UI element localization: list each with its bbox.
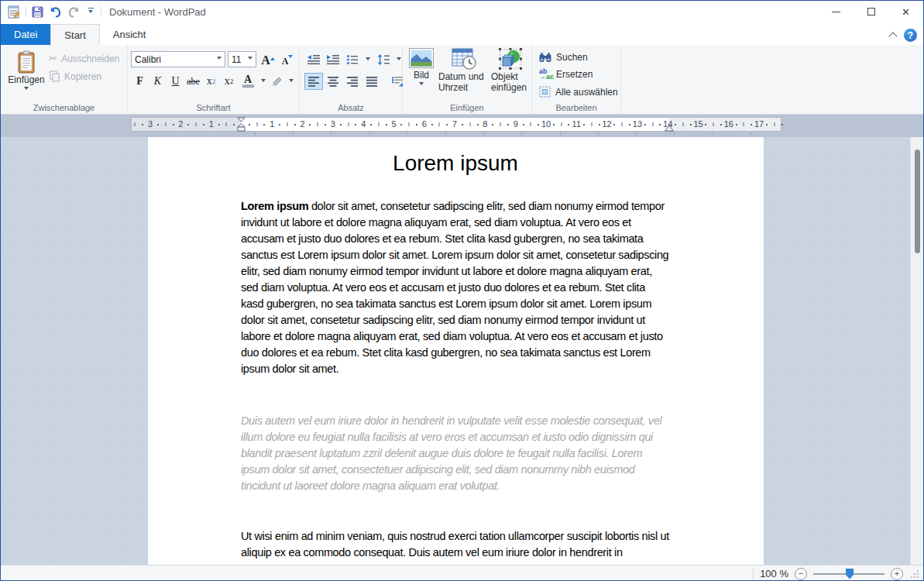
bold-button[interactable]: F [131, 73, 149, 90]
qat-more-icon[interactable] [86, 8, 95, 15]
ruler-mark [500, 122, 501, 126]
resize-grip[interactable] [911, 570, 919, 578]
font-color-dropdown-icon[interactable] [258, 73, 269, 90]
copy-button[interactable]: Kopieren [49, 70, 101, 82]
ruler-mark [629, 124, 630, 125]
datetime-button[interactable]: Datum und Uhrzeit [438, 48, 489, 93]
paste-button[interactable]: Einfügen [7, 48, 46, 104]
ruler-mark [203, 124, 204, 125]
ribbon: Einfügen ✂ Ausschneiden Kopieren Zwische… [1, 45, 923, 115]
ruler-number: 5 [391, 118, 396, 131]
replace-icon-ac: →ac [539, 74, 551, 80]
scrollbar-thumb[interactable] [915, 150, 920, 253]
ruler-mark [340, 124, 342, 125]
group-label-schriftart: Schriftart [128, 103, 299, 112]
indent-marker-right[interactable] [665, 125, 674, 132]
cut-button[interactable]: ✂ Ausschneiden [49, 53, 119, 64]
find-label: Suchen [556, 52, 588, 63]
window-title: Dokument - WordPad [109, 6, 206, 18]
increase-indent-button[interactable] [324, 51, 342, 68]
maximize-icon[interactable] [854, 1, 888, 22]
zoom-slider-thumb[interactable] [846, 569, 854, 579]
font-size-dropdown-icon[interactable] [245, 52, 256, 67]
italic-button[interactable]: K [149, 73, 167, 90]
undo-icon[interactable] [49, 5, 62, 19]
align-center-icon [328, 77, 339, 87]
window-controls: ✕ [819, 1, 923, 22]
indent-marker-left[interactable] [236, 117, 246, 132]
tab-datei-label: Datei [14, 29, 37, 40]
shrink-font-button[interactable]: A [278, 50, 297, 67]
increase-indent-icon [326, 54, 340, 65]
tab-start[interactable]: Start [50, 24, 99, 45]
align-right-button[interactable] [343, 73, 362, 90]
strikethrough-button[interactable]: abe [184, 73, 202, 90]
help-icon[interactable]: ? [904, 29, 917, 42]
font-family-combo[interactable]: Calibri [131, 51, 225, 67]
replace-button[interactable]: ab →ac Ersetzen [539, 69, 593, 80]
ribbon-tabs: Datei Start Ansicht ? [1, 22, 923, 45]
grow-font-button[interactable]: A [259, 50, 277, 67]
underline-button[interactable]: U [167, 73, 184, 90]
collapse-ribbon-icon[interactable] [890, 33, 897, 37]
ruler-mark [531, 122, 531, 126]
ruler-strip: 3211234567891011121314151617 [131, 117, 781, 132]
ruler-mark [325, 124, 326, 125]
wordpad-app-icon[interactable] [7, 5, 20, 19]
align-center-button[interactable] [324, 73, 342, 90]
save-icon[interactable] [32, 6, 43, 18]
paragraph-3[interactable]: Ut wisi enim ad minim veniam, quis nostr… [241, 528, 670, 561]
close-icon[interactable]: ✕ [888, 1, 923, 22]
redo-icon[interactable] [67, 5, 81, 19]
picture-button[interactable]: Bild [407, 48, 436, 88]
ruler-mark [416, 124, 417, 125]
highlight-button[interactable] [269, 73, 286, 90]
zoom-slider[interactable] [813, 568, 884, 580]
font-family-dropdown-icon[interactable] [214, 52, 225, 67]
ruler-number: 4 [361, 118, 366, 131]
ruler-mark [712, 132, 713, 135]
ruler-mark [636, 132, 637, 135]
ruler-mark [560, 132, 561, 135]
bullets-button[interactable] [343, 51, 362, 68]
subscript-button[interactable]: x2 [202, 73, 220, 90]
document-area: Lorem ipsum Lorem ipsum dolor sit amet, … [1, 137, 923, 565]
tab-datei[interactable]: Datei [1, 24, 50, 45]
zoom-out-button[interactable]: − [795, 568, 807, 580]
tab-ansicht[interactable]: Ansicht [100, 24, 160, 45]
zoom-in-button[interactable]: + [891, 568, 903, 580]
superscript-button[interactable]: x2 [220, 73, 238, 90]
align-left-button[interactable] [304, 73, 323, 90]
ruler-number: 11 [572, 118, 581, 131]
minimize-icon[interactable] [819, 1, 854, 22]
paragraph-1[interactable]: Lorem ipsum dolor sit amet, consetetur s… [241, 198, 670, 377]
zoom-level: 100 % [760, 568, 788, 579]
document-page[interactable]: Lorem ipsum Lorem ipsum dolor sit amet, … [148, 137, 764, 565]
paragraph-2[interactable]: Duis autem vel eum iriure dolor in hendr… [241, 413, 670, 494]
justify-button[interactable] [362, 73, 381, 90]
select-all-label: Alle auswählen [555, 87, 618, 98]
ruler-number: 2 [178, 118, 183, 131]
ruler-number: 1 [209, 118, 214, 131]
tab-ansicht-label: Ansicht [113, 29, 146, 40]
highlight-dropdown-icon[interactable] [286, 73, 297, 90]
font-color-button[interactable]: A [238, 73, 258, 90]
insert-object-button[interactable]: Objekt einfügen [491, 48, 530, 93]
document-title[interactable]: Lorem ipsum [241, 151, 670, 176]
group-label-einfuegen: Einfügen [403, 103, 531, 112]
find-button[interactable]: Suchen [539, 52, 588, 63]
ruler-number: 7 [452, 118, 457, 131]
select-all-button[interactable]: Alle auswählen [539, 86, 618, 98]
ruler-mark [196, 122, 197, 126]
ruler-number: 10 [541, 118, 551, 131]
decrease-indent-button[interactable] [304, 51, 323, 68]
picture-dropdown-icon [419, 82, 424, 88]
paragraph-1-body: dolor sit amet, consetetur sadipscing el… [241, 200, 668, 375]
bullets-dropdown-icon[interactable] [362, 51, 373, 68]
line-spacing-button[interactable] [374, 51, 393, 68]
ruler-mark [674, 132, 675, 135]
ruler-mark [682, 122, 683, 126]
font-size-combo[interactable]: 11 [228, 51, 256, 67]
paste-dropdown-icon [24, 87, 29, 92]
vertical-scrollbar[interactable] [910, 137, 923, 565]
